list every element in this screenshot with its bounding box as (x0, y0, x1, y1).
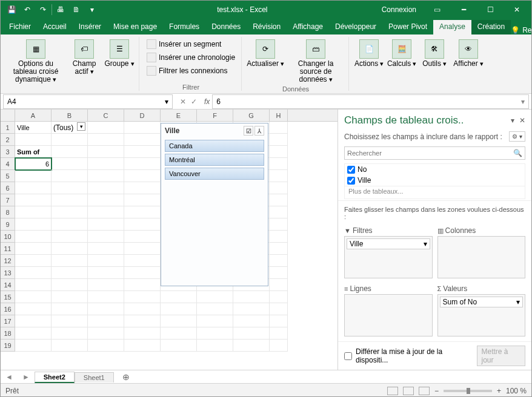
cell[interactable] (88, 327, 124, 340)
cell[interactable] (270, 340, 288, 352)
cell[interactable] (52, 146, 88, 158)
cell[interactable] (124, 134, 161, 146)
row-header[interactable]: 19 (1, 340, 15, 352)
cell[interactable] (124, 170, 161, 182)
cell[interactable] (124, 194, 161, 206)
cell[interactable] (52, 340, 88, 352)
insert-timeline-button[interactable]: Insérer une chronologie (144, 51, 238, 64)
tab-formules[interactable]: Formules (163, 20, 205, 34)
cell[interactable] (124, 218, 161, 231)
cell[interactable] (270, 194, 288, 206)
row-header[interactable]: 17 (1, 315, 15, 327)
cell[interactable] (197, 303, 233, 315)
cell[interactable] (52, 303, 88, 315)
cell[interactable] (270, 315, 288, 327)
name-box[interactable]: A4 ▾ (3, 94, 173, 109)
clear-filter-icon[interactable]: ⅄ (254, 126, 264, 136)
cell[interactable] (15, 327, 52, 340)
row-header[interactable]: 4 (1, 158, 15, 170)
cell[interactable] (270, 158, 288, 170)
filter-connections-button[interactable]: Filtrer les connexions (144, 65, 238, 77)
insert-slicer-button[interactable]: Insérer un segment (144, 38, 238, 50)
sheet-nav-prev[interactable]: ◄ (1, 373, 18, 381)
filter-chip[interactable]: Ville▾ (347, 238, 430, 249)
rows-drop-area[interactable] (344, 294, 433, 336)
row-header[interactable]: 12 (1, 255, 15, 267)
chevron-down-icon[interactable]: ▾ (165, 97, 168, 106)
row-header[interactable]: 7 (1, 194, 15, 206)
cell[interactable] (88, 243, 124, 255)
active-field-button[interactable]: 🏷 Champ actif ▾ (67, 37, 101, 76)
pane-menu-icon[interactable]: ▾ (511, 116, 514, 125)
cell[interactable]: Sum of No (15, 146, 52, 158)
tab-creation[interactable]: Création (471, 20, 511, 34)
tab-developpeur[interactable]: Développeur (329, 20, 382, 34)
cell[interactable] (15, 134, 52, 146)
cell[interactable] (88, 218, 124, 231)
row-header[interactable]: 11 (1, 243, 15, 255)
cell[interactable] (88, 231, 124, 243)
minimize-icon[interactable]: ━ (451, 1, 476, 19)
cell[interactable] (124, 291, 161, 303)
pivot-options-button[interactable]: ▦ Options du tableau croisé dynamique ▾ (7, 37, 65, 84)
cell[interactable] (270, 243, 288, 255)
zoom-out-icon[interactable]: − (434, 387, 439, 395)
cell[interactable] (15, 315, 52, 327)
update-button[interactable]: Mettre à jour (477, 346, 525, 366)
cell[interactable] (88, 134, 124, 146)
preview-icon[interactable]: 🗎 (69, 2, 84, 17)
add-sheet-button[interactable]: ⊕ (114, 371, 138, 383)
cell[interactable] (197, 315, 233, 327)
tab-mise-en-page[interactable]: Mise en page (107, 20, 163, 34)
defer-checkbox[interactable] (344, 352, 352, 360)
cell[interactable] (52, 279, 88, 291)
refresh-button[interactable]: ⟳ Actualiser ▾ (247, 37, 284, 68)
row-header[interactable]: 10 (1, 231, 15, 243)
cell[interactable] (15, 194, 52, 206)
cell[interactable] (124, 279, 161, 291)
cell[interactable] (161, 303, 197, 315)
cell[interactable] (52, 134, 88, 146)
tab-inserer[interactable]: Insérer (73, 20, 107, 34)
values-drop-area[interactable]: Sum of No▾ (437, 294, 526, 336)
row-header[interactable]: 1 (1, 122, 15, 134)
expand-formula-icon[interactable]: ▾ (521, 97, 525, 106)
tell-me-search[interactable]: Recherch (522, 26, 532, 34)
cell[interactable]: 6 (15, 158, 52, 170)
chevron-down-icon[interactable]: ▾ (516, 298, 520, 306)
calculations-button[interactable]: 🧮Calculs ▾ (387, 37, 417, 68)
cell[interactable] (270, 122, 288, 134)
tab-accueil[interactable]: Accueil (37, 20, 73, 34)
cell[interactable] (15, 255, 52, 267)
chevron-down-icon[interactable]: ▾ (424, 240, 427, 248)
row-header[interactable]: 2 (1, 134, 15, 146)
zoom-in-icon[interactable]: + (497, 387, 501, 395)
cell[interactable] (124, 303, 161, 315)
cell[interactable] (270, 291, 288, 303)
cell[interactable] (161, 327, 197, 340)
cell[interactable] (15, 170, 52, 182)
cell[interactable]: (Tous)▾ (52, 122, 88, 134)
cell[interactable] (124, 182, 161, 194)
cell[interactable] (88, 291, 124, 303)
field-item[interactable]: No (345, 164, 525, 175)
cell[interactable] (270, 303, 288, 315)
col-header-c[interactable]: C (88, 110, 124, 121)
cell[interactable] (15, 303, 52, 315)
cell[interactable] (88, 146, 124, 158)
filter-dropdown-icon[interactable]: ▾ (77, 122, 85, 131)
cell[interactable] (124, 255, 161, 267)
cell[interactable] (88, 170, 124, 182)
save-icon[interactable]: 💾 (4, 2, 19, 17)
cell[interactable] (15, 218, 52, 231)
row-header[interactable]: 9 (1, 218, 15, 231)
more-tables-link[interactable]: Plus de tableaux... (345, 186, 525, 198)
cell[interactable] (88, 315, 124, 327)
cell[interactable] (15, 340, 52, 352)
change-source-button[interactable]: 🗃 Changer la source de données ▾ (287, 37, 345, 84)
cell[interactable] (52, 291, 88, 303)
cell[interactable] (52, 158, 88, 170)
cell[interactable] (52, 170, 88, 182)
cell[interactable] (52, 231, 88, 243)
field-search-input[interactable] (347, 149, 513, 157)
